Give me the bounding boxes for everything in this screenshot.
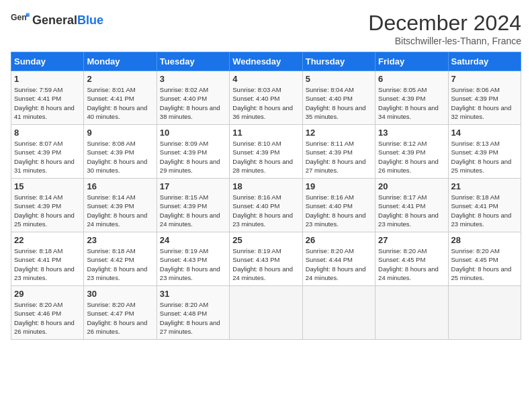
month-title: December 2024 [368,11,521,36]
title-block: December 2024 Bitschwiller-les-Thann, Fr… [368,11,521,46]
calendar-cell: 24 Sunrise: 8:19 AM Sunset: 4:43 PM Dayl… [157,232,229,286]
calendar-cell: 13 Sunrise: 8:12 AM Sunset: 4:39 PM Dayl… [375,125,448,179]
day-number: 2 [87,74,153,84]
day-info: Sunrise: 8:03 AM Sunset: 4:40 PM Dayligh… [232,85,299,121]
day-info: Sunrise: 8:12 AM Sunset: 4:39 PM Dayligh… [378,139,445,175]
calendar-cell: 6 Sunrise: 8:05 AM Sunset: 4:39 PM Dayli… [375,71,448,125]
day-number: 24 [160,235,226,245]
day-info: Sunrise: 8:06 AM Sunset: 4:39 PM Dayligh… [451,85,518,121]
col-friday: Friday [375,52,448,71]
day-number: 22 [14,235,81,245]
calendar-cell: 10 Sunrise: 8:09 AM Sunset: 4:39 PM Dayl… [157,125,229,179]
day-info: Sunrise: 7:59 AM Sunset: 4:41 PM Dayligh… [14,85,81,121]
calendar-cell: 2 Sunrise: 8:01 AM Sunset: 4:41 PM Dayli… [84,71,157,125]
col-sunday: Sunday [11,52,84,71]
calendar-cell: 16 Sunrise: 8:14 AM Sunset: 4:39 PM Dayl… [84,179,157,232]
day-info: Sunrise: 8:20 AM Sunset: 4:45 PM Dayligh… [378,246,445,282]
day-number: 31 [160,289,226,299]
calendar-cell: 7 Sunrise: 8:06 AM Sunset: 4:39 PM Dayli… [448,71,521,125]
day-info: Sunrise: 8:14 AM Sunset: 4:39 PM Dayligh… [87,193,153,228]
day-number: 15 [14,181,81,191]
day-number: 6 [378,74,445,84]
calendar-cell: 18 Sunrise: 8:16 AM Sunset: 4:40 PM Dayl… [230,179,302,232]
day-info: Sunrise: 8:04 AM Sunset: 4:40 PM Dayligh… [306,85,372,121]
day-info: Sunrise: 8:16 AM Sunset: 4:40 PM Dayligh… [306,193,372,228]
calendar-cell: 26 Sunrise: 8:20 AM Sunset: 4:44 PM Dayl… [302,232,375,286]
logo-icon: Gen [11,11,30,30]
calendar-table: Sunday Monday Tuesday Wednesday Thursday… [11,52,521,340]
day-number: 13 [378,128,445,138]
day-number: 16 [87,181,153,191]
day-info: Sunrise: 8:10 AM Sunset: 4:39 PM Dayligh… [232,139,299,175]
calendar-cell: 1 Sunrise: 7:59 AM Sunset: 4:41 PM Dayli… [11,71,84,125]
logo-general: General [32,14,77,26]
calendar-cell: 15 Sunrise: 8:14 AM Sunset: 4:39 PM Dayl… [11,179,84,232]
day-info: Sunrise: 8:11 AM Sunset: 4:39 PM Dayligh… [306,139,372,175]
day-info: Sunrise: 8:09 AM Sunset: 4:39 PM Dayligh… [160,139,226,175]
day-number: 29 [14,289,81,299]
calendar-cell: 23 Sunrise: 8:18 AM Sunset: 4:42 PM Dayl… [84,232,157,286]
calendar-cell: 5 Sunrise: 8:04 AM Sunset: 4:40 PM Dayli… [302,71,375,125]
calendar-week-row: 29 Sunrise: 8:20 AM Sunset: 4:46 PM Dayl… [11,286,521,340]
calendar-cell: 19 Sunrise: 8:16 AM Sunset: 4:40 PM Dayl… [302,179,375,232]
calendar-cell: 30 Sunrise: 8:20 AM Sunset: 4:47 PM Dayl… [84,286,157,340]
day-info: Sunrise: 8:08 AM Sunset: 4:39 PM Dayligh… [87,139,153,175]
day-number: 14 [451,128,518,138]
col-tuesday: Tuesday [157,52,229,71]
day-number: 4 [232,74,299,84]
day-info: Sunrise: 8:05 AM Sunset: 4:39 PM Dayligh… [378,85,445,121]
calendar-cell [302,286,375,340]
location: Bitschwiller-les-Thann, France [368,36,521,46]
day-info: Sunrise: 8:14 AM Sunset: 4:39 PM Dayligh… [14,193,81,228]
day-number: 1 [14,74,81,84]
day-info: Sunrise: 8:20 AM Sunset: 4:47 PM Dayligh… [87,300,153,336]
day-info: Sunrise: 8:18 AM Sunset: 4:42 PM Dayligh… [87,246,153,282]
day-number: 20 [378,181,445,191]
calendar-week-row: 8 Sunrise: 8:07 AM Sunset: 4:39 PM Dayli… [11,125,521,179]
day-number: 9 [87,128,153,138]
day-number: 10 [160,128,226,138]
day-number: 26 [306,235,372,245]
col-monday: Monday [84,52,157,71]
day-number: 3 [160,74,226,84]
day-number: 23 [87,235,153,245]
calendar-cell: 8 Sunrise: 8:07 AM Sunset: 4:39 PM Dayli… [11,125,84,179]
day-info: Sunrise: 8:19 AM Sunset: 4:43 PM Dayligh… [160,246,226,282]
calendar-cell: 9 Sunrise: 8:08 AM Sunset: 4:39 PM Dayli… [84,125,157,179]
col-saturday: Saturday [448,52,521,71]
day-info: Sunrise: 8:20 AM Sunset: 4:48 PM Dayligh… [160,300,226,336]
calendar-week-row: 15 Sunrise: 8:14 AM Sunset: 4:39 PM Dayl… [11,179,521,232]
calendar-cell: 11 Sunrise: 8:10 AM Sunset: 4:39 PM Dayl… [230,125,302,179]
calendar-cell [230,286,302,340]
day-number: 11 [232,128,299,138]
day-info: Sunrise: 8:20 AM Sunset: 4:44 PM Dayligh… [306,246,372,282]
day-number: 28 [451,235,518,245]
day-number: 18 [232,181,299,191]
svg-text:Gen: Gen [11,13,27,22]
day-info: Sunrise: 8:07 AM Sunset: 4:39 PM Dayligh… [14,139,81,175]
day-info: Sunrise: 8:16 AM Sunset: 4:40 PM Dayligh… [232,193,299,228]
calendar-cell: 21 Sunrise: 8:18 AM Sunset: 4:41 PM Dayl… [448,179,521,232]
calendar-cell: 14 Sunrise: 8:13 AM Sunset: 4:39 PM Dayl… [448,125,521,179]
col-wednesday: Wednesday [230,52,302,71]
day-info: Sunrise: 8:18 AM Sunset: 4:41 PM Dayligh… [451,193,518,228]
calendar-cell [448,286,521,340]
day-number: 25 [232,235,299,245]
day-number: 21 [451,181,518,191]
page-header: Gen General Blue December 2024 Bitschwil… [11,11,521,46]
day-number: 12 [306,128,372,138]
day-info: Sunrise: 8:18 AM Sunset: 4:41 PM Dayligh… [14,246,81,282]
day-info: Sunrise: 8:17 AM Sunset: 4:41 PM Dayligh… [378,193,445,228]
day-info: Sunrise: 8:02 AM Sunset: 4:40 PM Dayligh… [160,85,226,121]
day-number: 8 [14,128,81,138]
calendar-cell: 29 Sunrise: 8:20 AM Sunset: 4:46 PM Dayl… [11,286,84,340]
day-info: Sunrise: 8:01 AM Sunset: 4:41 PM Dayligh… [87,85,153,121]
calendar-week-row: 1 Sunrise: 7:59 AM Sunset: 4:41 PM Dayli… [11,71,521,125]
calendar-cell: 3 Sunrise: 8:02 AM Sunset: 4:40 PM Dayli… [157,71,229,125]
day-number: 19 [306,181,372,191]
logo: Gen General Blue [11,11,103,30]
day-info: Sunrise: 8:20 AM Sunset: 4:46 PM Dayligh… [14,300,81,336]
day-number: 27 [378,235,445,245]
day-number: 30 [87,289,153,299]
calendar-cell [375,286,448,340]
